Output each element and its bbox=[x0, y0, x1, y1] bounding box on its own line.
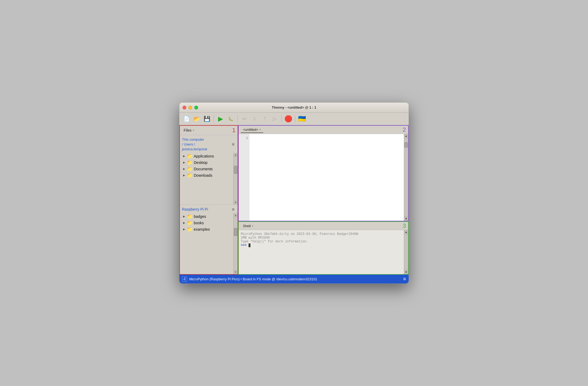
line-number-1: 1 bbox=[240, 136, 248, 140]
folder-name-badges: badges bbox=[194, 214, 206, 219]
save-file-button[interactable]: 💾 bbox=[202, 114, 211, 123]
folder-badges[interactable]: ▶ 📁 badges bbox=[180, 213, 233, 220]
run-button[interactable]: ▶ bbox=[216, 114, 225, 123]
editor-content[interactable] bbox=[249, 134, 404, 221]
folder-icon-examples: 📁 bbox=[187, 227, 193, 232]
debug-button[interactable]: 🐛 bbox=[226, 114, 235, 123]
editor-scrollbar-track bbox=[404, 138, 408, 216]
scroll-down-btn-bottom[interactable]: ▼ bbox=[234, 270, 238, 274]
folder-name-desktop: Desktop bbox=[194, 160, 207, 165]
folder-name-books: books bbox=[194, 221, 204, 225]
step-into-button[interactable]: ⤵ bbox=[250, 114, 259, 123]
step-out-button[interactable]: ⤴ bbox=[260, 114, 269, 123]
shell-line-1: MicroPython 38e7b84-dirty on 2023-03-30;… bbox=[241, 232, 402, 236]
editor-tab-untitled[interactable]: <untitled> × bbox=[241, 127, 263, 133]
arrow-applications: ▶ bbox=[183, 155, 186, 157]
files-tab-close[interactable]: × bbox=[193, 129, 194, 132]
folder-name-downloads: Downloads bbox=[194, 173, 212, 178]
folder-applications[interactable]: ▶ 📁 Applications bbox=[180, 153, 233, 159]
arrow-downloads: ▶ bbox=[183, 174, 186, 177]
folder-documents[interactable]: ▶ 📁 Documents bbox=[180, 166, 233, 172]
this-computer-file-wrapper: ▶ 📁 Applications ▶ 📁 Desktop ▶ bbox=[180, 153, 238, 204]
separator-3 bbox=[281, 115, 282, 123]
step-over-button[interactable]: ↩ bbox=[240, 114, 249, 123]
shell-scroll-down[interactable]: ▼ bbox=[404, 270, 408, 274]
folder-name-applications: Applications bbox=[194, 154, 214, 158]
minimize-button[interactable] bbox=[188, 106, 192, 109]
editor-scrollbar-thumb[interactable] bbox=[404, 142, 408, 148]
resume-button[interactable]: ▷ bbox=[270, 114, 279, 123]
shell-body: MicroPython 38e7b84-dirty on 2023-03-30;… bbox=[239, 230, 408, 274]
scroll-up-btn-bottom[interactable]: ▲ bbox=[234, 213, 238, 218]
editor-body: 1 ▲ ▼ bbox=[239, 134, 408, 221]
scroll-up-btn-top[interactable]: ▲ bbox=[234, 153, 238, 157]
raspberry-link[interactable]: Raspberry Pi Pi bbox=[182, 207, 208, 211]
close-button[interactable] bbox=[183, 106, 186, 109]
raspberry-scrollbar[interactable]: ▲ ▼ bbox=[233, 213, 238, 274]
folder-books[interactable]: ▶ 📁 books bbox=[180, 220, 233, 226]
raspberry-menu[interactable]: ≡ bbox=[231, 207, 235, 212]
shell-prompt: >>> bbox=[241, 243, 247, 247]
files-panel-header: Files × 1 bbox=[180, 126, 238, 135]
shell-line-2: 2MB with RP2040 bbox=[241, 236, 402, 240]
separator-1 bbox=[214, 115, 214, 123]
shell-scrollbar[interactable]: ▲ ▼ bbox=[404, 230, 408, 274]
editor-scroll-up[interactable]: ▲ bbox=[404, 134, 408, 138]
scrollbar-thumb-bottom[interactable] bbox=[234, 228, 237, 236]
window-title: Thonny - <untitled> @ 1 : 1 bbox=[272, 105, 316, 109]
this-computer-link[interactable]: This computer bbox=[182, 137, 204, 141]
this-computer-menu[interactable]: ≡ bbox=[231, 142, 235, 147]
status-bar-text: MicroPython (Raspberry Pi Pico) • Board … bbox=[189, 277, 317, 281]
separator-4 bbox=[295, 115, 295, 123]
shell-scroll-up[interactable]: ▲ bbox=[404, 230, 408, 234]
files-tab[interactable]: Files × bbox=[182, 128, 196, 133]
status-bar-menu[interactable]: ≡ bbox=[403, 276, 406, 282]
shell-scrollbar-track bbox=[404, 234, 408, 270]
folder-name-examples: examples bbox=[194, 227, 210, 231]
editor-tab-close[interactable]: × bbox=[259, 128, 261, 131]
folder-icon-applications: 📁 bbox=[187, 154, 193, 159]
raspberry-files: ▶ 📁 badges ▶ 📁 books ▶ 📁 bbox=[180, 213, 233, 274]
folder-downloads[interactable]: ▶ 📁 Downloads bbox=[180, 172, 233, 179]
shell-content[interactable]: MicroPython 38e7b84-dirty on 2023-03-30;… bbox=[239, 230, 404, 274]
this-computer-path: This computer / Users / jessica.temporal bbox=[182, 137, 207, 152]
shell-tab[interactable]: Shell × bbox=[241, 223, 256, 229]
toolbar: 📄 📂 💾 ▶ 🐛 ↩ ⤵ ⤴ ▷ 🛑 🇺🇦 bbox=[179, 113, 409, 125]
shell-header: Shell × 3 bbox=[239, 222, 408, 230]
editor-panel-number: 2 bbox=[403, 126, 406, 133]
editor-scroll-down[interactable]: ▼ bbox=[404, 216, 408, 221]
users-link[interactable]: Users bbox=[184, 142, 193, 146]
this-computer-scrollbar[interactable]: ▲ ▼ bbox=[233, 153, 238, 204]
status-bar-content: 4 MicroPython (Raspberry Pi Pico) • Boar… bbox=[182, 277, 317, 282]
folder-icon-documents: 📁 bbox=[187, 167, 193, 171]
editor-header: <untitled> × 2 bbox=[239, 126, 408, 134]
scrollbar-track-top bbox=[234, 157, 238, 200]
new-file-button[interactable]: 📄 bbox=[182, 114, 191, 123]
editor-tab-label: <untitled> bbox=[243, 128, 258, 132]
scroll-down-btn-top[interactable]: ▼ bbox=[234, 200, 238, 204]
folder-icon-desktop: 📁 bbox=[187, 160, 193, 165]
main-content: Files × 1 This computer / Users / jessic… bbox=[179, 125, 409, 275]
maximize-button[interactable] bbox=[194, 106, 198, 109]
raspberry-path: Raspberry Pi Pi bbox=[182, 207, 208, 212]
jessica-link[interactable]: jessica.temporal bbox=[182, 147, 207, 151]
right-panel: <untitled> × 2 1 ▲ ▼ bbox=[238, 125, 409, 275]
open-file-button[interactable]: 📂 bbox=[192, 114, 201, 123]
shell-panel-number: 3 bbox=[403, 222, 406, 229]
scrollbar-thumb-top[interactable] bbox=[234, 166, 237, 174]
this-computer-header: This computer / Users / jessica.temporal… bbox=[180, 135, 238, 153]
titlebar: Thonny - <untitled> @ 1 : 1 bbox=[179, 103, 409, 113]
this-computer-files: ▶ 📁 Applications ▶ 📁 Desktop ▶ bbox=[180, 153, 233, 204]
raspberry-file-list: ▶ 📁 badges ▶ 📁 books ▶ 📁 bbox=[180, 213, 233, 274]
stop-button[interactable]: 🛑 bbox=[284, 114, 293, 123]
shell-tab-close[interactable]: × bbox=[252, 224, 253, 227]
editor-panel: <untitled> × 2 1 ▲ ▼ bbox=[238, 125, 409, 221]
shell-line-3: Type "help()" for more information. bbox=[241, 240, 402, 243]
raspberry-header: Raspberry Pi Pi ≡ bbox=[180, 205, 238, 213]
flag-button[interactable]: 🇺🇦 bbox=[297, 114, 307, 123]
this-computer-section: This computer / Users / jessica.temporal… bbox=[180, 135, 238, 205]
editor-scrollbar[interactable]: ▲ ▼ bbox=[404, 134, 408, 221]
shell-tab-label: Shell bbox=[243, 224, 251, 228]
folder-desktop[interactable]: ▶ 📁 Desktop bbox=[180, 159, 233, 166]
folder-examples[interactable]: ▶ 📁 examples bbox=[180, 226, 233, 233]
